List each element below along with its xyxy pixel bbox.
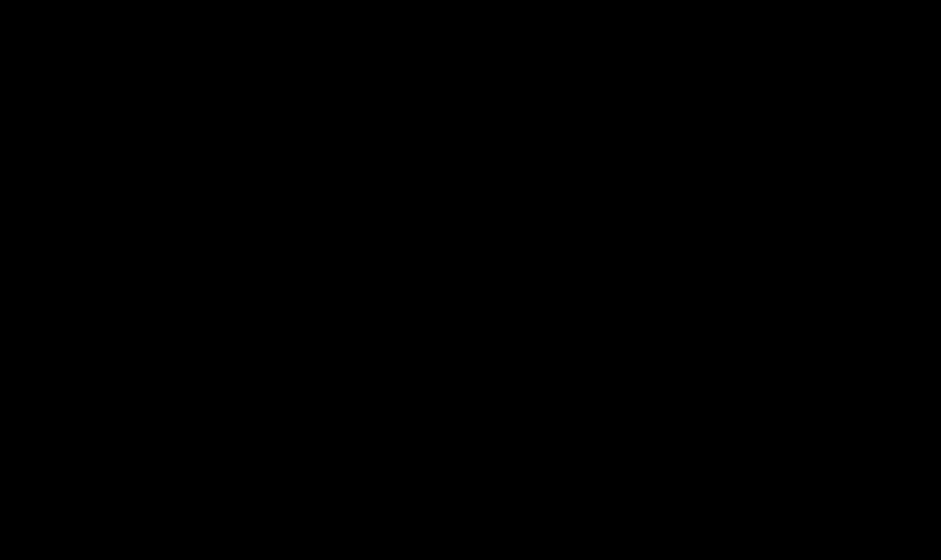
- dependency-graph-svg: [0, 0, 941, 560]
